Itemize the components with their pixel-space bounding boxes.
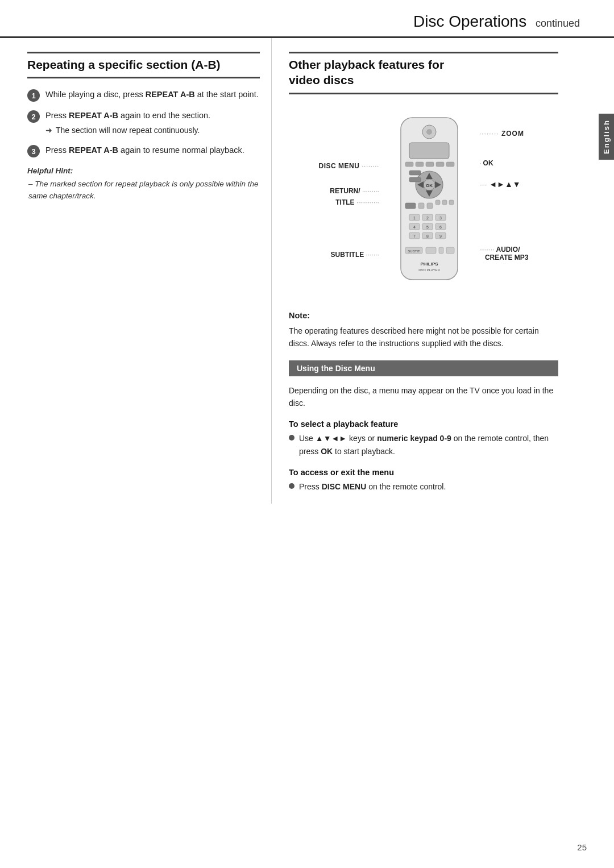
remote-diagram: DISC MENU ········ RETURN/ ········· TIT… — [289, 105, 558, 298]
svg-rect-23 — [449, 200, 454, 205]
svg-text:5: 5 — [426, 225, 429, 229]
bullet-dot-1 — [289, 435, 294, 441]
select-feature-bullet: Use ▲▼◄► keys or numeric keypad 0-9 on t… — [289, 432, 558, 458]
access-menu-bullet: Press DISC MENU on the remote control. — [289, 480, 558, 493]
svg-text:SUBTIT: SUBTIT — [408, 250, 420, 253]
page-title: Disc Operations continued — [413, 13, 580, 31]
access-menu-title: To access or exit the menu — [289, 468, 558, 477]
right-section-heading-block: Other playback features forvideo discs — [289, 52, 558, 94]
select-feature-title: To select a playback feature — [289, 420, 558, 429]
svg-text:OK: OK — [426, 183, 433, 188]
subtitle-label: SUBTITLE ······· — [331, 251, 379, 259]
step-2-note: ➜ The section will now repeat continuous… — [45, 124, 260, 136]
bullet-dot-2 — [289, 483, 294, 489]
hint-body: – The marked section for repeat playback… — [27, 178, 260, 202]
note-body: The operating features described here mi… — [289, 325, 558, 350]
svg-rect-16 — [409, 171, 421, 175]
remote-image: OK 1 2 — [384, 112, 475, 290]
page-header: Disc Operations continued — [0, 0, 614, 38]
step-2: 2 Press REPEAT A-B again to end the sect… — [27, 110, 260, 136]
svg-rect-4 — [405, 162, 413, 167]
note-section: Note: The operating features described h… — [289, 309, 558, 350]
step-3: 3 Press REPEAT A-B again to resume norma… — [27, 144, 260, 157]
svg-rect-19 — [418, 203, 424, 209]
left-column: Repeating a specific section (A-B) 1 Whi… — [27, 38, 272, 504]
svg-point-2 — [426, 129, 432, 135]
left-section-heading: Repeating a specific section (A-B) — [27, 57, 260, 72]
svg-rect-21 — [435, 200, 440, 205]
step-1: 1 While playing a disc, press REPEAT A-B… — [27, 89, 260, 102]
create-mp3-label: CREATE MP3 — [485, 254, 528, 261]
disc-menu-body: Depending on the disc, a menu may appear… — [289, 384, 558, 410]
svg-rect-45 — [446, 247, 454, 254]
svg-rect-43 — [426, 247, 436, 254]
svg-text:6: 6 — [439, 225, 442, 229]
hint-title: Helpful Hint: — [27, 165, 260, 177]
svg-rect-7 — [436, 162, 444, 167]
select-feature-group: To select a playback feature Use ▲▼◄► ke… — [289, 420, 558, 458]
select-feature-text: Use ▲▼◄► keys or numeric keypad 0-9 on t… — [299, 432, 558, 458]
disc-menu-label: DISC MENU ········ — [319, 162, 379, 170]
svg-text:PHILIPS: PHILIPS — [420, 261, 438, 267]
svg-text:3: 3 — [439, 216, 442, 220]
svg-text:DVD PLAYER: DVD PLAYER — [418, 268, 440, 272]
helpful-hint: Helpful Hint: – The marked section for r… — [27, 165, 260, 202]
svg-rect-6 — [426, 162, 434, 167]
disc-menu-bar: Using the Disc Menu — [289, 360, 558, 376]
note-label: Note: — [289, 309, 558, 322]
svg-text:8: 8 — [426, 234, 429, 238]
svg-text:2: 2 — [426, 216, 429, 220]
left-section-heading-block: Repeating a specific section (A-B) — [27, 52, 260, 78]
step-3-content: Press REPEAT A-B again to resume normal … — [45, 144, 260, 157]
step-2-content: Press REPEAT A-B again to end the sectio… — [45, 110, 260, 136]
page-number: 25 — [577, 842, 587, 852]
access-menu-group: To access or exit the menu Press DISC ME… — [289, 468, 558, 493]
step-3-number: 3 — [27, 145, 40, 157]
arrows-label: ···· ◄►▲▼ — [479, 180, 521, 189]
svg-rect-20 — [427, 203, 433, 209]
step-2-number: 2 — [27, 110, 40, 123]
svg-rect-22 — [442, 200, 447, 205]
svg-rect-8 — [446, 162, 454, 167]
main-content: Repeating a specific section (A-B) 1 Whi… — [0, 38, 614, 504]
english-tab: English — [599, 114, 614, 160]
svg-rect-18 — [405, 203, 416, 209]
right-section-heading: Other playback features forvideo discs — [289, 57, 558, 88]
svg-text:7: 7 — [413, 234, 416, 238]
zoom-label: ········ ZOOM — [479, 130, 524, 138]
svg-rect-5 — [416, 162, 424, 167]
svg-rect-3 — [409, 143, 449, 159]
right-column: Other playback features forvideo discs D… — [289, 38, 587, 504]
svg-rect-17 — [409, 177, 421, 182]
audio-label: ········ AUDIO/ — [479, 246, 520, 254]
title-label: TITLE ············ — [335, 198, 379, 206]
svg-text:9: 9 — [439, 234, 442, 238]
svg-text:4: 4 — [413, 225, 416, 229]
ok-label: · OK — [479, 159, 493, 167]
return-label: RETURN/ ········· — [330, 187, 379, 195]
access-menu-text: Press DISC MENU on the remote control. — [299, 480, 446, 493]
svg-rect-44 — [439, 247, 443, 254]
step-1-number: 1 — [27, 89, 40, 102]
svg-text:1: 1 — [413, 216, 416, 220]
step-1-content: While playing a disc, press REPEAT A-B a… — [45, 89, 260, 101]
